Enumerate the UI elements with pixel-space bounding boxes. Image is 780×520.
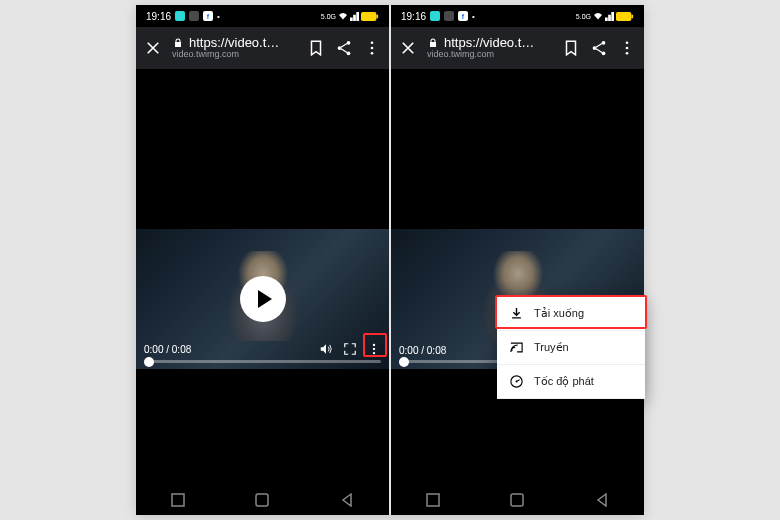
cast-icon — [509, 340, 524, 355]
phone-left: 19:16 f • 5.0G https://video.t… video. — [136, 5, 389, 515]
svg-point-22 — [516, 381, 518, 383]
svg-rect-12 — [256, 494, 268, 506]
bookmark-icon[interactable] — [562, 39, 580, 57]
nav-recent-button[interactable] — [424, 491, 442, 509]
video-time: 0:00 / 0:08 — [399, 345, 446, 356]
signal-icon — [350, 12, 359, 21]
video-options-menu: Tải xuống Truyền Tốc độ phát — [497, 297, 645, 399]
status-left: 19:16 f • — [146, 11, 220, 22]
messenger-chip-icon — [175, 11, 185, 21]
video-player[interactable]: 0:00 / 0:08 — [136, 229, 389, 369]
video-time: 0:00 / 0:08 — [144, 344, 191, 355]
url-subdomain: video.twimg.com — [172, 50, 297, 60]
network-type: 5.0G — [576, 13, 591, 20]
volume-icon[interactable] — [319, 342, 333, 356]
wifi-icon — [338, 11, 348, 21]
fullscreen-icon[interactable] — [343, 342, 357, 356]
status-left: 19:16 f • — [401, 11, 475, 22]
status-dot-icon: • — [217, 12, 220, 21]
url-bar[interactable]: https://video.t… video.twimg.com — [172, 36, 297, 60]
status-time: 19:16 — [401, 11, 426, 22]
browser-toolbar: https://video.t… video.twimg.com — [391, 27, 644, 69]
svg-rect-14 — [631, 14, 633, 18]
nav-recent-button[interactable] — [169, 491, 187, 509]
url-bar[interactable]: https://video.t… video.twimg.com — [427, 36, 552, 60]
svg-point-6 — [371, 47, 374, 50]
phone-right: 19:16 f • 5.0G https://video.t… video. — [391, 5, 644, 515]
speed-icon — [509, 374, 524, 389]
menu-item-speed[interactable]: Tốc độ phát — [497, 365, 645, 399]
status-right: 5.0G — [576, 11, 634, 21]
app-chip-icon — [444, 11, 454, 21]
bookmark-icon[interactable] — [307, 39, 325, 57]
messenger-chip-icon — [430, 11, 440, 21]
url-title: https://video.t… — [444, 36, 534, 50]
highlight-download — [495, 295, 647, 329]
video-controls: 0:00 / 0:08 — [136, 342, 389, 365]
browser-toolbar: https://video.t… video.twimg.com — [136, 27, 389, 69]
status-time: 19:16 — [146, 11, 171, 22]
system-navbar — [391, 485, 644, 515]
nav-home-button[interactable] — [253, 491, 271, 509]
svg-rect-0 — [361, 12, 376, 21]
battery-icon — [616, 12, 634, 21]
nav-back-button[interactable] — [338, 491, 356, 509]
status-right: 5.0G — [321, 11, 379, 21]
page-content: 0:00 / 0:08 Tải xuống Truyền Tốc — [391, 69, 644, 485]
wifi-icon — [593, 11, 603, 21]
kebab-icon[interactable] — [618, 39, 636, 57]
menu-item-label: Truyền — [534, 341, 569, 354]
lock-icon — [427, 37, 439, 49]
close-icon[interactable] — [144, 39, 162, 57]
menu-item-label: Tốc độ phát — [534, 375, 594, 388]
network-type: 5.0G — [321, 13, 336, 20]
svg-point-7 — [371, 52, 374, 55]
page-content: 0:00 / 0:08 — [136, 69, 389, 485]
facebook-chip-icon: f — [203, 11, 213, 21]
svg-point-18 — [626, 41, 629, 44]
system-navbar — [136, 485, 389, 515]
highlight-kebab — [363, 333, 387, 357]
app-chip-icon — [189, 11, 199, 21]
status-bar: 19:16 f • 5.0G — [136, 5, 389, 27]
close-icon[interactable] — [399, 39, 417, 57]
url-subdomain: video.twimg.com — [427, 50, 552, 60]
kebab-icon[interactable] — [363, 39, 381, 57]
share-icon[interactable] — [590, 39, 608, 57]
svg-rect-13 — [616, 12, 631, 21]
url-title: https://video.t… — [189, 36, 279, 50]
signal-icon — [605, 12, 614, 21]
progress-bar[interactable] — [144, 360, 381, 363]
lock-icon — [172, 37, 184, 49]
nav-back-button[interactable] — [593, 491, 611, 509]
status-dot-icon: • — [472, 12, 475, 21]
battery-icon — [361, 12, 379, 21]
nav-home-button[interactable] — [508, 491, 526, 509]
share-icon[interactable] — [335, 39, 353, 57]
svg-rect-24 — [511, 494, 523, 506]
two-phone-container: 19:16 f • 5.0G https://video.t… video. — [136, 5, 644, 515]
status-bar: 19:16 f • 5.0G — [391, 5, 644, 27]
facebook-chip-icon: f — [458, 11, 468, 21]
svg-point-5 — [371, 41, 374, 44]
svg-point-19 — [626, 47, 629, 50]
svg-rect-1 — [376, 14, 378, 18]
play-button[interactable] — [240, 276, 286, 322]
svg-rect-23 — [427, 494, 439, 506]
menu-item-cast[interactable]: Truyền — [497, 331, 645, 365]
svg-rect-11 — [172, 494, 184, 506]
svg-point-20 — [626, 52, 629, 55]
